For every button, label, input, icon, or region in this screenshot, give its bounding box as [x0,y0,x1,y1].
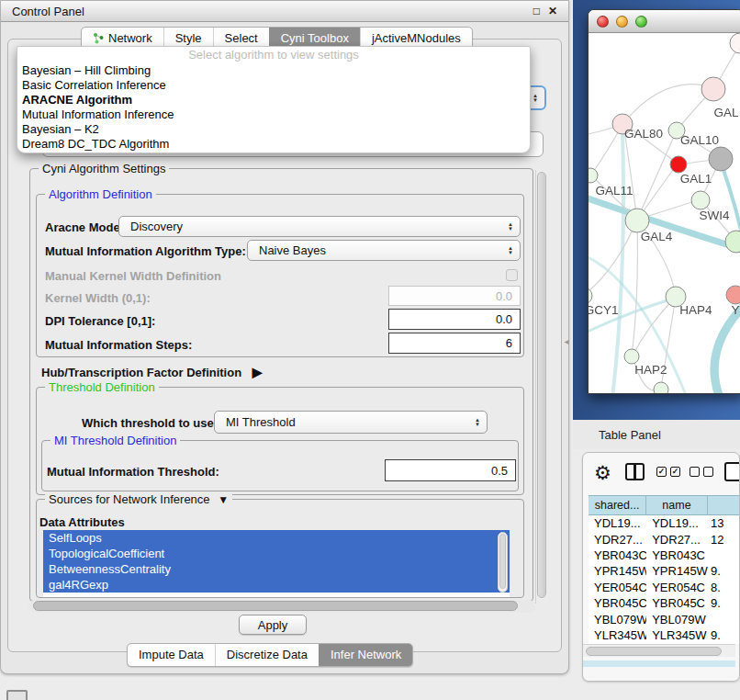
dropdown-item[interactable]: Bayesian – K2 [17,122,530,137]
columns-icon[interactable] [625,463,645,480]
network-node-gal[interactable] [701,77,725,101]
node-table: shared...name YDL19...YDL19...13YDR27...… [589,495,740,644]
network-canvas[interactable]: GALGAL80GAL10GAL1GAL11GAL4SWI4GCY1HAP4YH… [589,33,740,393]
attribute-item[interactable]: SelfLoops [43,530,510,546]
dpi-tolerance-field[interactable]: 0.0 [388,309,521,330]
bottom-tab-impute-data[interactable]: Impute Data [128,644,215,666]
which-threshold-label: Which threshold to use: [82,416,218,430]
sources-group-title[interactable]: Sources for Network Inference ▼ [45,492,232,506]
network-node[interactable] [670,156,687,173]
network-node-gal1[interactable] [691,191,710,209]
close-traffic-light-icon[interactable] [597,16,609,28]
control-panel-titlebar[interactable]: Control Panel □ ✕ [1,1,568,22]
table-row[interactable]: YDR27...YDR27...12 [589,531,740,547]
network-node-swi4[interactable] [725,231,740,253]
aracne-mode-combo[interactable]: Discovery ▲▼ [118,216,521,237]
deselect-checkbox-icon[interactable] [690,467,700,477]
hub-definition-toggle[interactable]: Hub/Transcription Factor Definition ▶ [41,365,263,379]
table-row[interactable]: YER054CYER054C8. [589,580,740,595]
mi-type-combo[interactable]: Naive Bayes ▲▼ [247,240,521,261]
which-threshold-combo[interactable]: MI Threshold ▲▼ [214,411,488,434]
kernel-width-label: Kernel Width (0,1): [45,291,151,305]
control-panel-window: Control Panel □ ✕ NetworkStyleSelectCyni… [0,0,569,674]
bottom-tab-infer-network[interactable]: Infer Network [319,644,412,666]
deselect-checkbox-icon2[interactable] [703,467,713,477]
kernel-width-field[interactable]: 0.0 [388,286,521,306]
settings-horizontal-scrollbar[interactable] [28,600,535,613]
minimize-icon[interactable]: □ [533,5,540,17]
algorithm-definition-title: Algorithm Definition [45,187,156,201]
column-header[interactable] [708,496,740,514]
table-header-row: shared...name [589,495,740,515]
node-label: SWI4 [699,209,729,222]
attribute-item[interactable]: TopologicalCoefficient [43,546,510,561]
node-label: GAL80 [624,127,663,141]
dpi-tolerance-label: DPI Tolerance [0,1]: [45,314,155,328]
network-node-gcy1[interactable] [589,288,592,304]
column-header[interactable]: shared... [589,496,646,514]
window-title: Control Panel [12,5,84,18]
combo-stepper-icon: ▲▼ [508,246,513,255]
algorithm-dropdown-list: Bayesian – Hill ClimbingBasic Correlatio… [17,63,530,152]
algorithm-dropdown-popup: Select algorithm to view settings Bayesi… [17,46,531,153]
table-row[interactable]: YBR045CYBR045C9. [589,595,740,611]
table-panel-title: Table Panel [599,428,661,442]
column-header[interactable]: name [646,496,708,514]
node-label: HAP2 [634,363,667,377]
close-icon[interactable]: ✕ [548,5,557,17]
bottom-tab-discretize-data[interactable]: Discretize Data [215,644,319,666]
mi-threshold-label: Mutual Information Threshold: [47,465,219,479]
table-row[interactable]: YLR345WYLR345W9. [589,627,740,643]
minimize-traffic-light-icon[interactable] [616,16,628,28]
dropdown-item[interactable]: ARACNE Algorithm [17,93,530,107]
attr-list-scrollbar[interactable] [498,532,508,593]
select-all-checkbox-icon2[interactable]: ✓ [670,467,680,477]
bottom-tabs: Impute DataDiscretize DataInfer Network [127,643,413,667]
node-label: GAL10 [680,133,719,147]
table-row[interactable]: YBR043CYBR043C [589,548,740,563]
table-panel-card: ⚙ ✓ ✓ shared...name YDL19...YDL19...13YD… [582,452,740,682]
table-row[interactable]: YBL079WYBL079W [589,611,740,627]
zoom-traffic-light-icon[interactable] [635,16,647,28]
network-node-y[interactable] [726,286,740,304]
dropdown-item[interactable]: Bayesian – Hill Climbing [17,63,530,78]
settings-vertical-scrollbar[interactable] [535,170,547,604]
network-node[interactable] [730,33,740,53]
table-row[interactable]: YDL19...YDL19...13 [589,515,740,531]
attribute-item[interactable]: gal4RGexp [43,577,510,593]
table-row[interactable]: YPR145WYPR145W9. [589,563,740,579]
splitter-collapse-icon[interactable]: ◂ [561,334,572,348]
aracne-mode-label: Aracne Mode: [45,220,124,234]
minimized-panel-icon[interactable] [6,690,28,700]
dropdown-item[interactable]: Basic Correlation Inference [17,78,530,93]
mi-type-label: Mutual Information Algorithm Type: [45,244,246,258]
apply-button[interactable]: Apply [239,615,307,635]
attribute-item[interactable]: BetweennessCentrality [43,561,510,577]
network-node[interactable] [709,147,733,171]
table-panel-titlebar[interactable]: Table Panel [573,420,740,449]
dropdown-item[interactable]: Dream8 DC_TDC Algorithm [17,137,530,152]
network-icon [93,32,104,44]
mi-threshold-group-title: MI Threshold Definition [50,434,180,447]
dropdown-item[interactable]: Mutual Information Inference [17,107,530,122]
expand-right-icon[interactable]: ▶ [252,365,263,379]
gear-icon[interactable]: ⚙ [594,459,611,487]
node-label: GCY1 [589,303,618,317]
network-window-titlebar[interactable] [589,10,740,33]
data-attributes-list[interactable]: SelfLoopsTopologicalCoefficientBetweenne… [43,530,510,597]
table-body: YDL19...YDL19...13YDR27...YDR27...12YBR0… [589,515,740,644]
mi-steps-field[interactable]: 6 [388,333,521,354]
new-column-icon[interactable] [724,462,740,481]
select-all-checkbox-icon[interactable]: ✓ [656,467,667,477]
node-label: GAL11 [595,184,633,198]
network-view-window[interactable]: GALGAL80GAL10GAL1GAL11GAL4SWI4GCY1HAP4YH… [588,9,740,394]
network-node-hap2[interactable] [624,349,639,364]
table-toolbar: ⚙ ✓ ✓ [583,458,739,488]
collapse-down-icon[interactable]: ▼ [218,493,229,506]
network-node[interactable] [654,382,668,393]
attr-items: SelfLoopsTopologicalCoefficientBetweenne… [43,530,510,593]
table-horizontal-scrollbar[interactable] [583,644,735,657]
teal-edges [589,132,740,393]
mi-threshold-field[interactable]: 0.5 [385,459,516,481]
manual-kernel-checkbox[interactable] [506,269,518,281]
